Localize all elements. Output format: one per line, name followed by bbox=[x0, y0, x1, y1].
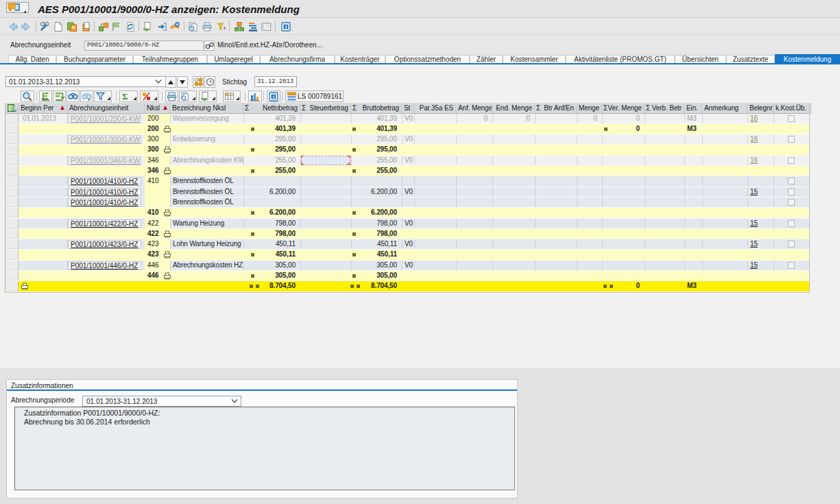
svg-text:Σ: Σ bbox=[122, 91, 128, 101]
